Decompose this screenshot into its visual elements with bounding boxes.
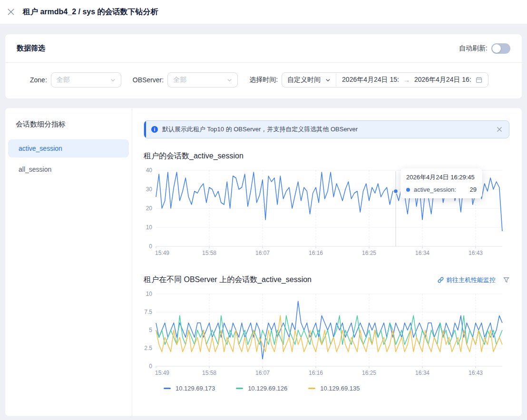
metrics-sidebar: 会话数细分指标 active_session all_session	[5, 108, 132, 416]
legend-label: 10.129.69.173	[176, 385, 215, 392]
svg-text:16:25: 16:25	[362, 370, 376, 376]
link-icon	[438, 277, 444, 283]
time-start-value: 2026年4月24日 15:	[342, 76, 399, 84]
sidebar-item-all-session[interactable]: all_session	[8, 160, 129, 178]
time-end-value: 2026年4月24日 16:	[414, 76, 471, 84]
legend-label: 10.129.69.135	[320, 385, 360, 392]
close-icon[interactable]	[7, 8, 15, 16]
filter-panel-title: 数据筛选	[17, 44, 45, 53]
zone-label: Zone:	[30, 76, 47, 84]
legend-item[interactable]: 10.129.69.173	[164, 385, 215, 392]
legend-marker-icon	[164, 388, 171, 389]
filter-funnel-icon[interactable]	[503, 277, 509, 283]
svg-text:16:43: 16:43	[468, 250, 483, 256]
info-icon: i	[151, 126, 158, 133]
svg-text:2.5: 2.5	[144, 345, 152, 352]
zone-filter: Zone: 全部	[30, 72, 121, 88]
chevron-down-icon	[110, 78, 116, 83]
observer-label: OBServer:	[133, 76, 164, 84]
svg-text:10: 10	[146, 224, 153, 231]
legend-marker-icon	[308, 388, 315, 389]
tenant-sessions-chart-title: 租户的会话数_active_session	[144, 151, 244, 161]
calendar-icon	[476, 77, 482, 83]
sidebar-title: 会话数细分指标	[16, 120, 129, 129]
tooltip-timestamp: 2026年4月24日 16:29:45	[406, 173, 477, 182]
toggle-knob	[492, 44, 501, 53]
banner-text: 默认展示此租户 Top10 的 OBServer，并支持自定义筛选其他 OBSe…	[162, 125, 497, 134]
svg-text:7.5: 7.5	[144, 309, 152, 315]
tooltip-series-value: 29	[470, 186, 477, 193]
svg-text:16:07: 16:07	[255, 370, 270, 376]
info-banner: i 默认展示此租户 Top10 的 OBServer，并支持自定义筛选其他 OB…	[144, 120, 509, 138]
legend-item[interactable]: 10.129.69.126	[236, 385, 287, 392]
page-title: 租户 armdb4_2 / sys 的会话数下钻分析	[23, 7, 158, 17]
svg-text:16:16: 16:16	[309, 250, 323, 256]
auto-refresh-label: 自动刷新:	[459, 44, 488, 53]
observer-sessions-chart[interactable]: 02.557.51015:4915:5816:0716:1616:2516:34…	[144, 289, 506, 381]
banner-close-icon[interactable]	[497, 127, 502, 132]
main-card: 会话数细分指标 active_session all_session i 默认展…	[5, 108, 522, 416]
observer-sessions-chart-wrap: 02.557.51015:4915:5816:0716:1616:2516:34…	[144, 289, 509, 382]
svg-text:15:49: 15:49	[155, 370, 169, 376]
svg-text:16:34: 16:34	[415, 250, 429, 256]
chevron-down-icon	[325, 78, 331, 83]
series-dot-icon	[406, 188, 410, 192]
svg-text:15:58: 15:58	[202, 370, 216, 376]
time-filter: 选择时间: 自定义时间 2026年4月24日 15: → 2026年4月24日 …	[249, 72, 488, 88]
svg-text:16:34: 16:34	[415, 370, 429, 376]
time-label: 选择时间:	[249, 76, 278, 84]
time-mode-select[interactable]: 自定义时间	[282, 73, 336, 87]
svg-text:16:16: 16:16	[309, 370, 323, 376]
filter-card: 数据筛选 自动刷新: Zone: 全部 OBServer: 全部	[5, 34, 522, 98]
svg-text:5: 5	[149, 327, 152, 333]
time-control: 自定义时间 2026年4月24日 15: → 2026年4月24日 16:	[282, 72, 488, 88]
chevron-down-icon	[227, 78, 232, 83]
sidebar-item-label: all_session	[19, 166, 51, 173]
auto-refresh-toggle[interactable]	[491, 43, 510, 54]
zone-select[interactable]: 全部	[51, 72, 121, 88]
chart-legend: 10.129.69.17310.129.69.12610.129.69.135	[164, 385, 509, 392]
sidebar-item-active-session[interactable]: active_session	[8, 139, 129, 157]
observer-select[interactable]: 全部	[167, 72, 238, 88]
sidebar-item-label: active_session	[19, 145, 62, 152]
top-bar: 租户 armdb4_2 / sys 的会话数下钻分析	[0, 0, 527, 24]
svg-text:15:49: 15:49	[155, 250, 169, 256]
time-range-picker[interactable]: 2026年4月24日 15: → 2026年4月24日 16:	[336, 73, 488, 87]
svg-text:10: 10	[146, 291, 153, 297]
filter-row: Zone: 全部 OBServer: 全部 选择时间: 自定义时间	[5, 63, 522, 98]
observer-select-value: 全部	[173, 76, 186, 84]
legend-label: 10.129.69.126	[248, 385, 287, 392]
host-performance-link[interactable]: 前往主机性能监控	[438, 276, 496, 284]
svg-text:0: 0	[149, 363, 152, 370]
tenant-sessions-chart-wrap: 01020304015:4915:5816:0716:1616:2516:341…	[144, 166, 509, 262]
legend-marker-icon	[236, 388, 243, 389]
svg-text:15:58: 15:58	[202, 250, 216, 256]
svg-text:16:25: 16:25	[362, 250, 376, 256]
observer-sessions-chart-title: 租户在不同 OBServer 上的会话数_active_session	[144, 275, 312, 285]
svg-text:20: 20	[146, 205, 153, 212]
time-mode-value: 自定义时间	[287, 76, 321, 84]
svg-text:0: 0	[149, 243, 152, 250]
svg-text:16:07: 16:07	[255, 250, 270, 256]
svg-text:40: 40	[146, 167, 153, 174]
host-performance-link-label: 前往主机性能监控	[446, 276, 496, 284]
main-content: i 默认展示此租户 Top10 的 OBServer，并支持自定义筛选其他 OB…	[132, 108, 522, 416]
svg-text:16:43: 16:43	[468, 370, 483, 376]
observer-filter: OBServer: 全部	[133, 72, 238, 88]
legend-item[interactable]: 10.129.69.135	[308, 385, 360, 392]
tooltip-series-name: active_session:	[414, 186, 456, 193]
svg-text:30: 30	[146, 186, 153, 193]
chart-tooltip: 2026年4月24日 16:29:45 active_session: 29	[400, 168, 482, 198]
range-arrow: →	[403, 76, 410, 84]
zone-select-value: 全部	[57, 76, 70, 84]
